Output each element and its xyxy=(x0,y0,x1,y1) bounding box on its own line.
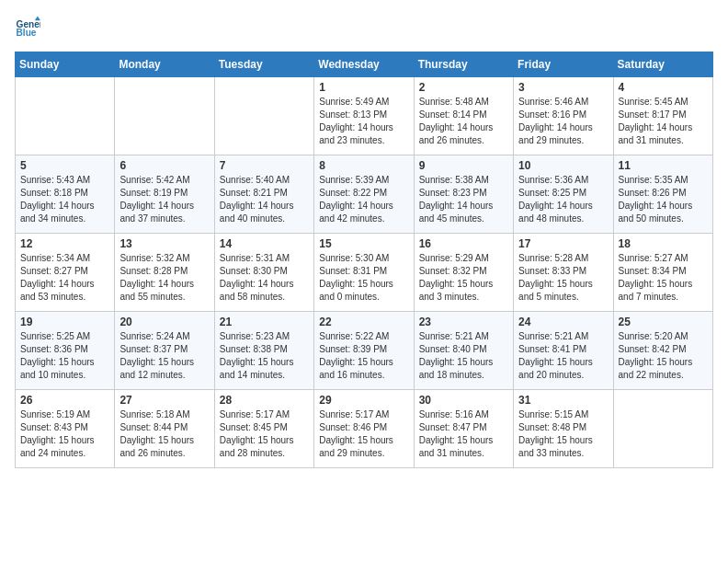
week-row-1: 1Sunrise: 5:49 AM Sunset: 8:13 PM Daylig… xyxy=(16,77,713,155)
calendar-cell xyxy=(214,77,313,155)
day-number: 9 xyxy=(419,159,508,172)
cell-details: Sunrise: 5:28 AM Sunset: 8:33 PM Dayligh… xyxy=(518,252,608,304)
cell-details: Sunrise: 5:18 AM Sunset: 8:44 PM Dayligh… xyxy=(119,408,209,460)
day-number: 27 xyxy=(119,394,209,407)
cell-details: Sunrise: 5:22 AM Sunset: 8:39 PM Dayligh… xyxy=(319,330,408,382)
week-row-3: 12Sunrise: 5:34 AM Sunset: 8:27 PM Dayli… xyxy=(16,234,713,312)
calendar-cell: 4Sunrise: 5:45 AM Sunset: 8:17 PM Daylig… xyxy=(613,77,712,155)
logo: General Blue xyxy=(15,15,44,40)
day-number: 22 xyxy=(319,316,408,328)
logo-icon: General Blue xyxy=(15,15,40,40)
calendar-cell: 2Sunrise: 5:48 AM Sunset: 8:14 PM Daylig… xyxy=(414,77,513,155)
cell-details: Sunrise: 5:39 AM Sunset: 8:22 PM Dayligh… xyxy=(319,174,408,225)
day-number: 30 xyxy=(419,394,508,407)
calendar-cell: 5Sunrise: 5:43 AM Sunset: 8:18 PM Daylig… xyxy=(16,155,115,234)
day-number: 20 xyxy=(119,316,209,328)
header: General Blue xyxy=(15,15,713,40)
calendar-cell: 24Sunrise: 5:21 AM Sunset: 8:41 PM Dayli… xyxy=(514,312,613,390)
calendar-cell: 30Sunrise: 5:16 AM Sunset: 8:47 PM Dayli… xyxy=(414,390,513,468)
cell-details: Sunrise: 5:21 AM Sunset: 8:40 PM Dayligh… xyxy=(419,330,508,382)
day-number: 24 xyxy=(518,316,608,328)
weekday-header-row: SundayMondayTuesdayWednesdayThursdayFrid… xyxy=(16,52,713,77)
day-number: 4 xyxy=(619,81,708,94)
week-row-2: 5Sunrise: 5:43 AM Sunset: 8:18 PM Daylig… xyxy=(16,155,713,234)
day-number: 12 xyxy=(20,237,109,250)
weekday-header-sunday: Sunday xyxy=(16,52,115,77)
calendar-cell: 17Sunrise: 5:28 AM Sunset: 8:33 PM Dayli… xyxy=(514,234,613,312)
day-number: 21 xyxy=(220,316,309,328)
calendar-cell xyxy=(613,390,712,468)
calendar-cell: 27Sunrise: 5:18 AM Sunset: 8:44 PM Dayli… xyxy=(115,390,214,468)
day-number: 25 xyxy=(619,316,708,328)
cell-details: Sunrise: 5:48 AM Sunset: 8:14 PM Dayligh… xyxy=(419,96,508,147)
cell-details: Sunrise: 5:49 AM Sunset: 8:13 PM Dayligh… xyxy=(319,96,408,147)
weekday-header-tuesday: Tuesday xyxy=(214,52,313,77)
day-number: 2 xyxy=(419,81,508,94)
cell-details: Sunrise: 5:19 AM Sunset: 8:43 PM Dayligh… xyxy=(20,408,109,460)
calendar-cell: 12Sunrise: 5:34 AM Sunset: 8:27 PM Dayli… xyxy=(16,234,115,312)
cell-details: Sunrise: 5:43 AM Sunset: 8:18 PM Dayligh… xyxy=(20,174,109,225)
day-number: 6 xyxy=(119,159,209,172)
day-number: 3 xyxy=(518,81,608,94)
cell-details: Sunrise: 5:24 AM Sunset: 8:37 PM Dayligh… xyxy=(119,330,209,382)
cell-details: Sunrise: 5:23 AM Sunset: 8:38 PM Dayligh… xyxy=(220,330,309,382)
calendar-cell: 31Sunrise: 5:15 AM Sunset: 8:48 PM Dayli… xyxy=(514,390,613,468)
cell-details: Sunrise: 5:40 AM Sunset: 8:21 PM Dayligh… xyxy=(220,174,309,225)
svg-text:Blue: Blue xyxy=(17,28,37,38)
cell-details: Sunrise: 5:21 AM Sunset: 8:41 PM Dayligh… xyxy=(518,330,608,382)
day-number: 11 xyxy=(619,159,708,172)
day-number: 1 xyxy=(319,81,408,94)
cell-details: Sunrise: 5:17 AM Sunset: 8:45 PM Dayligh… xyxy=(220,408,309,460)
day-number: 14 xyxy=(220,237,309,250)
cell-details: Sunrise: 5:30 AM Sunset: 8:31 PM Dayligh… xyxy=(319,252,408,304)
svg-marker-2 xyxy=(35,17,40,21)
calendar-cell: 22Sunrise: 5:22 AM Sunset: 8:39 PM Dayli… xyxy=(314,312,414,390)
cell-details: Sunrise: 5:20 AM Sunset: 8:42 PM Dayligh… xyxy=(619,330,708,382)
day-number: 17 xyxy=(518,237,608,250)
cell-details: Sunrise: 5:29 AM Sunset: 8:32 PM Dayligh… xyxy=(419,252,508,304)
calendar-cell xyxy=(115,77,214,155)
calendar-cell xyxy=(16,77,115,155)
day-number: 19 xyxy=(20,316,109,328)
cell-details: Sunrise: 5:46 AM Sunset: 8:16 PM Dayligh… xyxy=(518,96,608,147)
day-number: 29 xyxy=(319,394,408,407)
calendar-cell: 23Sunrise: 5:21 AM Sunset: 8:40 PM Dayli… xyxy=(414,312,513,390)
weekday-header-saturday: Saturday xyxy=(613,52,712,77)
weekday-header-monday: Monday xyxy=(115,52,214,77)
calendar-cell: 1Sunrise: 5:49 AM Sunset: 8:13 PM Daylig… xyxy=(314,77,414,155)
day-number: 23 xyxy=(419,316,508,328)
calendar-cell: 14Sunrise: 5:31 AM Sunset: 8:30 PM Dayli… xyxy=(214,234,313,312)
day-number: 8 xyxy=(319,159,408,172)
cell-details: Sunrise: 5:17 AM Sunset: 8:46 PM Dayligh… xyxy=(319,408,408,460)
calendar-cell: 20Sunrise: 5:24 AM Sunset: 8:37 PM Dayli… xyxy=(115,312,214,390)
calendar-cell: 10Sunrise: 5:36 AM Sunset: 8:25 PM Dayli… xyxy=(514,155,613,234)
calendar-cell: 9Sunrise: 5:38 AM Sunset: 8:23 PM Daylig… xyxy=(414,155,513,234)
day-number: 18 xyxy=(619,237,708,250)
day-number: 26 xyxy=(20,394,109,407)
day-number: 16 xyxy=(419,237,508,250)
week-row-5: 26Sunrise: 5:19 AM Sunset: 8:43 PM Dayli… xyxy=(16,390,713,468)
day-number: 7 xyxy=(220,159,309,172)
cell-details: Sunrise: 5:31 AM Sunset: 8:30 PM Dayligh… xyxy=(220,252,309,304)
calendar-cell: 16Sunrise: 5:29 AM Sunset: 8:32 PM Dayli… xyxy=(414,234,513,312)
cell-details: Sunrise: 5:32 AM Sunset: 8:28 PM Dayligh… xyxy=(119,252,209,304)
calendar-cell: 6Sunrise: 5:42 AM Sunset: 8:19 PM Daylig… xyxy=(115,155,214,234)
calendar-cell: 25Sunrise: 5:20 AM Sunset: 8:42 PM Dayli… xyxy=(613,312,712,390)
day-number: 10 xyxy=(518,159,608,172)
day-number: 13 xyxy=(119,237,209,250)
calendar-cell: 7Sunrise: 5:40 AM Sunset: 8:21 PM Daylig… xyxy=(214,155,313,234)
calendar-cell: 3Sunrise: 5:46 AM Sunset: 8:16 PM Daylig… xyxy=(514,77,613,155)
day-number: 5 xyxy=(20,159,109,172)
calendar-cell: 13Sunrise: 5:32 AM Sunset: 8:28 PM Dayli… xyxy=(115,234,214,312)
day-number: 15 xyxy=(319,237,408,250)
cell-details: Sunrise: 5:36 AM Sunset: 8:25 PM Dayligh… xyxy=(518,174,608,225)
cell-details: Sunrise: 5:42 AM Sunset: 8:19 PM Dayligh… xyxy=(119,174,209,225)
calendar-cell: 18Sunrise: 5:27 AM Sunset: 8:34 PM Dayli… xyxy=(613,234,712,312)
cell-details: Sunrise: 5:15 AM Sunset: 8:48 PM Dayligh… xyxy=(518,408,608,460)
week-row-4: 19Sunrise: 5:25 AM Sunset: 8:36 PM Dayli… xyxy=(16,312,713,390)
calendar-cell: 15Sunrise: 5:30 AM Sunset: 8:31 PM Dayli… xyxy=(314,234,414,312)
calendar-cell: 29Sunrise: 5:17 AM Sunset: 8:46 PM Dayli… xyxy=(314,390,414,468)
cell-details: Sunrise: 5:34 AM Sunset: 8:27 PM Dayligh… xyxy=(20,252,109,304)
cell-details: Sunrise: 5:16 AM Sunset: 8:47 PM Dayligh… xyxy=(419,408,508,460)
weekday-header-thursday: Thursday xyxy=(414,52,513,77)
